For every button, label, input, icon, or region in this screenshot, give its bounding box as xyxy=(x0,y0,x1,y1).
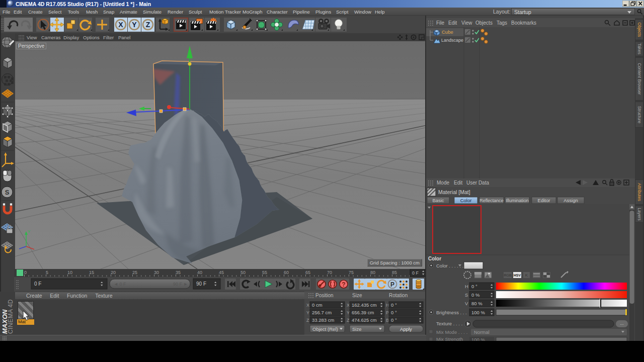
svg-text:656.39 cm: 656.39 cm xyxy=(352,310,374,315)
svg-text:Assign: Assign xyxy=(564,198,578,203)
svg-text:70: 70 xyxy=(327,270,332,275)
svg-text:0 F: 0 F xyxy=(34,281,41,287)
svg-text:80 %: 80 % xyxy=(471,301,482,306)
svg-text:S: S xyxy=(465,292,468,298)
svg-text:K: K xyxy=(525,273,528,278)
svg-text:Edit: Edit xyxy=(448,20,457,26)
svg-text:Z: Z xyxy=(347,318,350,323)
svg-text:0 F: 0 F xyxy=(412,270,419,276)
svg-text:X: X xyxy=(347,303,350,308)
svg-text:View: View xyxy=(461,20,472,26)
svg-text:85: 85 xyxy=(392,270,397,275)
svg-text:Z: Z xyxy=(306,318,309,323)
svg-text:15: 15 xyxy=(89,270,94,275)
svg-text:0: 0 xyxy=(24,270,27,275)
svg-text:User Data: User Data xyxy=(466,180,489,186)
svg-text:Size: Size xyxy=(352,326,361,332)
svg-text:Material [Mat]: Material [Mat] xyxy=(438,189,470,195)
svg-text:65: 65 xyxy=(305,270,310,275)
svg-text:Illumination: Illumination xyxy=(506,198,529,203)
svg-text:X: X xyxy=(306,303,309,308)
svg-text:90 F ►: 90 F ► xyxy=(173,282,188,287)
svg-text:Y: Y xyxy=(28,229,31,234)
svg-text:Mix Mode . . . .: Mix Mode . . . . xyxy=(436,329,467,335)
svg-text:RGB: RGB xyxy=(504,274,512,277)
svg-text:33.283 cm: 33.283 cm xyxy=(312,317,334,323)
svg-text:File: File xyxy=(436,20,445,26)
svg-text:90 F: 90 F xyxy=(196,281,206,287)
svg-text:P: P xyxy=(390,281,394,288)
svg-text:35: 35 xyxy=(176,270,181,275)
svg-text:Color: Color xyxy=(460,198,472,203)
svg-text:Tags: Tags xyxy=(497,20,507,26)
svg-text:30: 30 xyxy=(154,270,159,275)
svg-text:100 %: 100 % xyxy=(471,337,485,341)
svg-text:Color: Color xyxy=(428,256,441,261)
svg-text:Objects: Objects xyxy=(475,20,493,26)
svg-text:Y: Y xyxy=(347,310,350,315)
svg-text:0 °: 0 ° xyxy=(391,317,397,323)
svg-text:75: 75 xyxy=(349,270,354,275)
svg-text:Bookmarks: Bookmarks xyxy=(511,20,536,26)
svg-text:474.625 cm: 474.625 cm xyxy=(352,317,377,323)
svg-text:25: 25 xyxy=(132,270,137,275)
svg-text:80: 80 xyxy=(370,270,375,275)
svg-text:50: 50 xyxy=(240,270,246,275)
svg-text:Mix Strength: Mix Strength xyxy=(436,336,463,341)
svg-text:45: 45 xyxy=(219,270,224,275)
svg-text:Brightness . . .: Brightness . . . xyxy=(436,310,467,315)
svg-text:256.7 cm: 256.7 cm xyxy=(312,310,332,315)
svg-text:H: H xyxy=(465,284,468,289)
svg-text:100 %: 100 % xyxy=(471,310,485,315)
svg-text:Rotation: Rotation xyxy=(389,293,408,298)
svg-text:Texture . . . . .: Texture . . . . . xyxy=(436,321,465,326)
svg-text:...: ... xyxy=(620,321,624,326)
svg-text:B: B xyxy=(386,318,389,323)
svg-text:20: 20 xyxy=(111,270,116,275)
svg-text:Edit: Edit xyxy=(454,180,462,186)
svg-text:10: 10 xyxy=(67,270,72,275)
svg-text:Y: Y xyxy=(132,21,137,29)
svg-text:◄ 0 F: ◄ 0 F xyxy=(114,282,126,287)
svg-text:V: V xyxy=(465,301,468,306)
svg-text:0 °: 0 ° xyxy=(391,310,397,315)
svg-text:Position: Position xyxy=(315,293,334,298)
svg-text:Apply: Apply xyxy=(400,326,412,332)
svg-text:40: 40 xyxy=(197,270,202,275)
svg-text:Mode: Mode xyxy=(437,180,449,186)
svg-text:Object (Rel): Object (Rel) xyxy=(312,326,338,332)
svg-text:Reflectance: Reflectance xyxy=(479,198,504,203)
svg-text:HSV: HSV xyxy=(514,274,521,277)
svg-text:Basic: Basic xyxy=(432,198,444,203)
svg-text:Z: Z xyxy=(146,21,150,29)
svg-text:Landscape: Landscape xyxy=(441,38,463,43)
svg-text:X: X xyxy=(118,21,123,29)
svg-text:Editor: Editor xyxy=(538,198,550,203)
svg-text:Normal: Normal xyxy=(474,329,490,335)
svg-text:S: S xyxy=(5,189,10,196)
svg-text:0 cm: 0 cm xyxy=(312,302,323,308)
svg-text:Y: Y xyxy=(306,310,309,315)
svg-text:Cube: Cube xyxy=(442,29,453,35)
svg-text:P: P xyxy=(386,310,389,315)
svg-text:Size: Size xyxy=(352,293,362,298)
svg-text:0 °: 0 ° xyxy=(471,284,477,289)
svg-text:0 %: 0 % xyxy=(471,292,480,298)
svg-text:162.435 cm: 162.435 cm xyxy=(352,302,377,308)
svg-text:60: 60 xyxy=(284,270,289,275)
svg-text:55: 55 xyxy=(262,270,267,275)
svg-text:0 °: 0 ° xyxy=(391,302,397,308)
svg-text:5: 5 xyxy=(46,270,48,275)
svg-text:?: ? xyxy=(342,281,345,288)
